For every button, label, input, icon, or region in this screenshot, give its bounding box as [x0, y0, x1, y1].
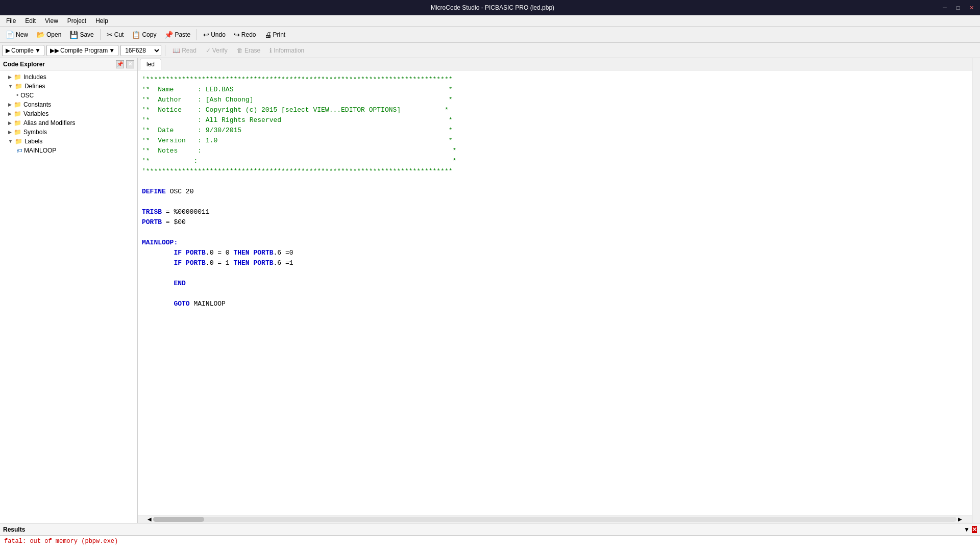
horizontal-scrollbar[interactable]: ◀ ▶	[138, 515, 972, 523]
toolbar-separator-2	[197, 29, 197, 40]
scroll-track	[153, 517, 957, 522]
menu-view[interactable]: View	[41, 16, 62, 26]
window-controls: ─ □ ✕	[940, 3, 976, 12]
scroll-thumb[interactable]	[153, 517, 204, 522]
erase-button: 🗑Erase	[233, 45, 264, 56]
chip-select[interactable]: 16F628	[120, 45, 161, 56]
maximize-button[interactable]: □	[953, 3, 963, 12]
redo-label: Redo	[241, 31, 256, 38]
label-icon-mainloop: 🏷	[16, 147, 22, 154]
code-line-1: '* Name : LED.BAS *	[142, 85, 968, 95]
results-panel: Results ▼ ✕ fatal: out of memory (pbpw.e…	[0, 523, 980, 551]
results-dropdown-button[interactable]: ▼	[964, 526, 970, 533]
code-line-11: DEFINE OSC 20	[142, 187, 968, 197]
code-line-19	[142, 268, 968, 279]
tree-item-osc[interactable]: • OSC	[0, 91, 137, 100]
compile-button[interactable]: ▶Compile▼	[2, 45, 44, 56]
expand-icon-symbols: ▶	[8, 130, 12, 135]
undo-label: Undo	[211, 31, 226, 38]
open-icon: 📂	[36, 31, 45, 39]
information-button: ℹInformation	[266, 45, 308, 56]
left-panel: Code Explorer 📌 ✕ ▶ 📁 Includes ▼ 📁	[0, 58, 138, 523]
close-button[interactable]: ✕	[967, 3, 976, 12]
copy-button[interactable]: 📋Copy	[128, 28, 160, 41]
folder-icon-labels: 📁	[15, 138, 22, 145]
code-line-3: '* Notice : Copyright (c) 2015 [select V…	[142, 105, 968, 115]
title-bar: MicroCode Studio - PICBASIC PRO (led.pbp…	[0, 0, 980, 15]
tree-label-includes: Includes	[23, 73, 46, 81]
menu-file[interactable]: File	[2, 16, 20, 26]
erase-label: Erase	[244, 47, 260, 54]
tree-label-mainloop: MAINLOOP	[24, 147, 56, 154]
save-button[interactable]: 💾Save	[66, 28, 97, 41]
read-icon: 📖	[173, 47, 180, 54]
compile-icon: ▶	[6, 47, 10, 54]
minimize-button[interactable]: ─	[940, 3, 949, 12]
new-button[interactable]: 📄New	[2, 28, 32, 41]
read-button: 📖Read	[169, 45, 200, 56]
file-icon-osc: •	[16, 92, 18, 99]
redo-button[interactable]: ↪Redo	[230, 28, 260, 41]
code-line-15	[142, 228, 968, 238]
code-explorer-header: Code Explorer 📌 ✕	[0, 58, 137, 70]
compile-program-button[interactable]: ▶▶Compile Program▼	[46, 45, 118, 56]
print-button[interactable]: 🖨Print	[261, 28, 289, 41]
menu-help[interactable]: Help	[91, 16, 112, 26]
tree-item-constants[interactable]: ▶ 📁 Constants	[0, 100, 137, 109]
compile-program-arrow: ▼	[109, 47, 115, 54]
menu-edit[interactable]: Edit	[21, 16, 40, 26]
editor-area: led '***********************************…	[138, 58, 972, 523]
tree-item-labels[interactable]: ▼ 📁 Labels	[0, 137, 137, 146]
scroll-right-button[interactable]: ▶	[957, 516, 964, 523]
expand-icon-includes: ▶	[8, 74, 12, 80]
folder-icon-alias: 📁	[14, 119, 21, 127]
tab-led[interactable]: led	[140, 59, 161, 70]
tree-label-osc: OSC	[20, 92, 34, 99]
tree-item-variables[interactable]: ▶ 📁 Variables	[0, 109, 137, 118]
results-controls: ▼ ✕	[964, 526, 977, 533]
code-explorer-close-button[interactable]: ✕	[126, 60, 134, 68]
open-button[interactable]: 📂Open	[33, 28, 65, 41]
tree-label-alias: Alias and Modifiers	[23, 119, 75, 127]
code-explorer-title: Code Explorer	[3, 61, 45, 68]
folder-icon-constants: 📁	[14, 101, 21, 108]
tree-item-alias[interactable]: ▶ 📁 Alias and Modifiers	[0, 118, 137, 128]
main-content: Code Explorer 📌 ✕ ▶ 📁 Includes ▼ 📁	[0, 58, 980, 523]
code-line-16: MAINLOOP:	[142, 238, 968, 248]
code-line-13: TRISB = %00000011	[142, 207, 968, 217]
tree-item-symbols[interactable]: ▶ 📁 Symbols	[0, 128, 137, 137]
window-title: MicroCode Studio - PICBASIC PRO (led.pbp…	[45, 4, 940, 11]
tree-item-includes[interactable]: ▶ 📁 Includes	[0, 72, 137, 82]
code-line-20: END	[142, 279, 968, 289]
compile-label: Compile	[11, 47, 34, 54]
toolbar2: ▶Compile▼▶▶Compile Program▼16F628📖Read✓V…	[0, 43, 980, 58]
undo-button[interactable]: ↩Undo	[200, 28, 229, 41]
menu-project[interactable]: Project	[63, 16, 90, 26]
new-label: New	[16, 31, 28, 38]
tree-item-defines[interactable]: ▼ 📁 Defines	[0, 82, 137, 91]
results-close-button[interactable]: ✕	[972, 526, 977, 533]
vertical-scrollbar[interactable]	[972, 58, 980, 523]
verify-button: ✓Verify	[202, 45, 231, 56]
folder-icon-variables: 📁	[14, 110, 21, 117]
expand-icon-defines: ▼	[8, 84, 13, 89]
open-label: Open	[46, 31, 61, 38]
results-header: Results ▼ ✕	[0, 523, 980, 536]
redo-icon: ↪	[234, 31, 240, 39]
code-explorer-pin-button[interactable]: 📌	[116, 60, 124, 68]
code-line-18: IF PORTB.0 = 1 THEN PORTB.6 =1	[142, 258, 968, 268]
folder-icon-includes: 📁	[14, 73, 21, 81]
code-line-22: GOTO MAINLOOP	[142, 299, 968, 309]
tree-item-mainloop[interactable]: 🏷 MAINLOOP	[0, 146, 137, 155]
scroll-left-button[interactable]: ◀	[146, 516, 153, 523]
cut-button[interactable]: ✂Cut	[103, 28, 128, 41]
tree-label-symbols: Symbols	[23, 129, 47, 136]
cut-label: Cut	[114, 31, 124, 38]
paste-button[interactable]: 📌Paste	[161, 28, 194, 41]
code-editor[interactable]: '***************************************…	[138, 70, 972, 515]
code-line-5: '* Date : 9/30/2015 *	[142, 126, 968, 136]
code-line-0: '***************************************…	[142, 74, 968, 85]
toolbar2-separator	[165, 45, 165, 56]
copy-icon: 📋	[132, 31, 140, 39]
erase-icon: 🗑	[237, 47, 243, 54]
